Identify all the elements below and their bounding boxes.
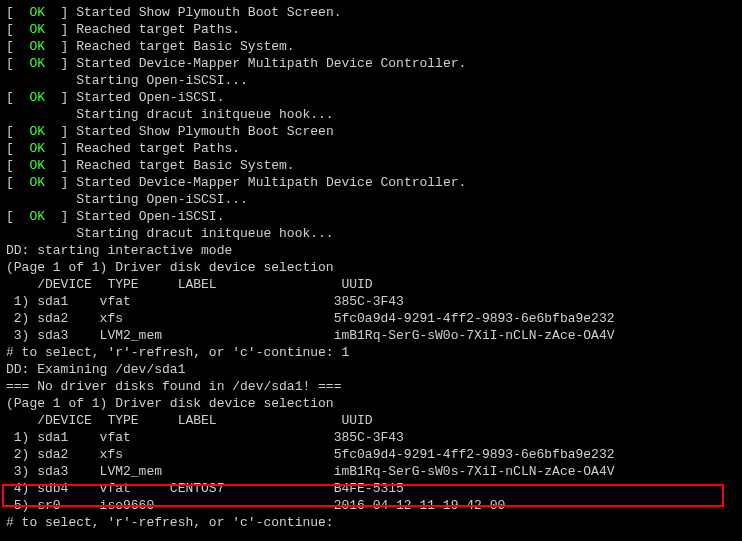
page2-row-2: 3) sda3 LVM2_mem imB1Rq-SerG-sW0s-7XiI-n… bbox=[6, 463, 736, 480]
page1-row-2: 3) sda3 LVM2_mem imB1Rq-SerG-sW0o-7XiI-n… bbox=[6, 327, 736, 344]
boot-line-3: [ OK ] Started Device-Mapper Multipath D… bbox=[6, 55, 736, 72]
status-ok: OK bbox=[29, 175, 45, 190]
boot-line-9: [ OK ] Reached target Basic System. bbox=[6, 157, 736, 174]
boot-line-5: [ OK ] Started Open-iSCSI. bbox=[6, 89, 736, 106]
page2-row-0: 1) sda1 vfat 385C-3F43 bbox=[6, 429, 736, 446]
boot-line-0: [ OK ] Started Show Plymouth Boot Screen… bbox=[6, 4, 736, 21]
status-ok: OK bbox=[29, 22, 45, 37]
status-ok: OK bbox=[29, 158, 45, 173]
boot-line-13: Starting dracut initqueue hook... bbox=[6, 225, 736, 242]
status-ok: OK bbox=[29, 39, 45, 54]
dd-start: DD: starting interactive mode bbox=[6, 242, 736, 259]
boot-line-4: Starting Open-iSCSI... bbox=[6, 72, 736, 89]
page2-row-highlighted: 4) sdb4 vfat CENTOS7 B4FE-5315 bbox=[6, 480, 736, 497]
status-ok: OK bbox=[29, 56, 45, 71]
page1-title: (Page 1 of 1) Driver disk device selecti… bbox=[6, 259, 736, 276]
status-ok: OK bbox=[29, 90, 45, 105]
page1-nodisk: === No driver disks found in /dev/sda1! … bbox=[6, 378, 736, 395]
page1-exam: DD: Examining /dev/sda1 bbox=[6, 361, 736, 378]
boot-line-11: Starting Open-iSCSI... bbox=[6, 191, 736, 208]
page2-row-4: 5) sr0 iso9660 2016-04-12-11-19-42-00 bbox=[6, 497, 736, 514]
status-ok: OK bbox=[29, 124, 45, 139]
boot-terminal: [ OK ] Started Show Plymouth Boot Screen… bbox=[0, 0, 742, 535]
page2-header: /DEVICE TYPE LABEL UUID bbox=[6, 412, 736, 429]
page1-row-0: 1) sda1 vfat 385C-3F43 bbox=[6, 293, 736, 310]
boot-line-2: [ OK ] Reached target Basic System. bbox=[6, 38, 736, 55]
boot-line-7: [ OK ] Started Show Plymouth Boot Screen bbox=[6, 123, 736, 140]
page2-row-1: 2) sda2 xfs 5fc0a9d4-9291-4ff2-9893-6e6b… bbox=[6, 446, 736, 463]
boot-line-8: [ OK ] Reached target Paths. bbox=[6, 140, 736, 157]
boot-line-10: [ OK ] Started Device-Mapper Multipath D… bbox=[6, 174, 736, 191]
page2-title: (Page 1 of 1) Driver disk device selecti… bbox=[6, 395, 736, 412]
page2-prompt: # to select, 'r'-refresh, or 'c'-continu… bbox=[6, 514, 736, 531]
status-ok: OK bbox=[29, 5, 45, 20]
page1-header: /DEVICE TYPE LABEL UUID bbox=[6, 276, 736, 293]
page1-prompt: # to select, 'r'-refresh, or 'c'-continu… bbox=[6, 344, 736, 361]
page1-row-1: 2) sda2 xfs 5fc0a9d4-9291-4ff2-9893-6e6b… bbox=[6, 310, 736, 327]
status-ok: OK bbox=[29, 209, 45, 224]
status-ok: OK bbox=[29, 141, 45, 156]
boot-line-12: [ OK ] Started Open-iSCSI. bbox=[6, 208, 736, 225]
boot-line-1: [ OK ] Reached target Paths. bbox=[6, 21, 736, 38]
boot-line-6: Starting dracut initqueue hook... bbox=[6, 106, 736, 123]
